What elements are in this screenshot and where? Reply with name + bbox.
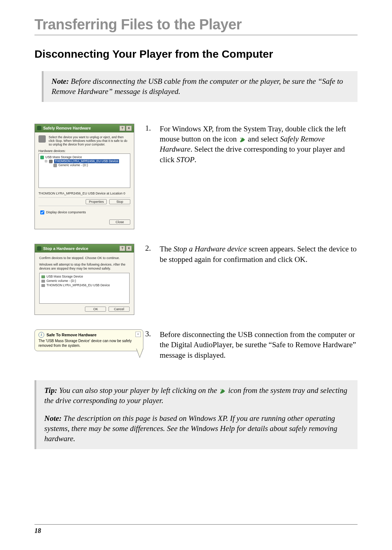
device-root: USB Mass Storage Device [45,155,82,159]
help-button[interactable]: ? [119,246,125,251]
balloon-title: Safe To Remove Hardware [46,333,97,337]
tip-text-a: You can also stop your player by left cl… [57,386,219,395]
device-status: THOMSON LYRA_MPR2456_EU USB Device at Lo… [38,192,130,197]
title-rule [34,35,358,35]
dialog1-title: Safely Remove Hardware [43,126,91,130]
drive-icon [41,284,45,287]
stop-item-c: THOMSON LYRA_MPR2456_EU USB Device [46,283,110,288]
dialog2-line2: Windows will attempt to stop the followi… [39,263,130,271]
stop-item-a: USB Mass Storage Device [46,275,83,279]
stop-item-b: Generic volume - (D:) [46,279,76,283]
device-icon [38,135,46,143]
page-number: 18 [34,527,41,535]
volume-icon [53,164,57,167]
dialog1-instruction: Select the device you want to unplug or … [49,135,130,147]
note-box-bottom: Tip: You can also stop your player by le… [34,380,358,449]
hardware-devices-label: Hardware devices: [38,149,130,153]
note-label: Note: [52,77,69,86]
info-icon: i [38,332,44,338]
tip-label: Tip: [44,386,57,395]
step-number-2: 2. [145,244,152,264]
usb-eject-icon [37,246,41,251]
drive-icon [49,160,53,163]
device-selected[interactable]: THOMSON LYRA_MPR2456_EU USB Device [54,159,119,163]
note-text: Before disconnecting the USB cable from … [52,77,343,96]
step-number-1: 1. [145,124,152,165]
usb-eject-icon [37,126,41,130]
note2-text: The description on this page is based on… [44,414,337,443]
stop-button[interactable]: Stop [109,199,130,204]
cancel-button[interactable]: Cancel [109,307,130,312]
balloon-close-button[interactable]: × [135,332,141,337]
step-2-text: The Stop a Hardware device screen appear… [160,244,358,264]
dialog2-line1: Confirm devices to be stopped. Choose OK… [39,256,130,260]
section-heading: Disconnecting Your Player from the Compu… [34,48,358,60]
properties-button[interactable]: Properties [86,199,107,204]
balloon-body: The 'USB Mass Storage Device' device can… [38,338,139,348]
help-button[interactable]: ? [119,126,125,131]
systray-eject-icon [219,387,226,394]
step-3-text: Before disconnecting the USB connection … [160,329,358,360]
step-2: Stop a Hardware device ? X Confirm devic… [34,244,358,315]
note-box-top: Note: Before disconnecting the USB cable… [42,71,358,102]
svg-point-0 [240,138,242,139]
step-1: Safely Remove Hardware ? X Select the de… [34,124,358,230]
usb-device-icon [40,156,44,159]
stop-devices-list[interactable]: USB Mass Storage Device Generic volume -… [39,273,130,304]
display-components-checkbox[interactable]: Display device components [38,210,86,214]
safe-to-remove-balloon: × i Safe To Remove Hardware The 'USB Mas… [34,329,143,351]
hardware-devices-list[interactable]: USB Mass Storage Device ⊟THOMSON LYRA_MP… [38,153,130,188]
dialog2-title: Stop a Hardware device [43,246,88,251]
usb-device-icon [41,275,45,278]
close-button[interactable]: X [126,246,132,251]
ok-button[interactable]: OK [85,307,106,312]
stop-hardware-device-dialog: Stop a Hardware device ? X Confirm devic… [34,244,134,315]
footer-rule [34,524,358,525]
safely-remove-hardware-dialog: Safely Remove Hardware ? X Select the de… [34,124,134,230]
page-title: Transferring Files to the Player [34,16,358,33]
close-dialog-button[interactable]: Close [109,219,130,225]
volume-icon [41,280,45,283]
step-1-text: For Windows XP, from the System Tray, do… [160,124,358,165]
svg-point-1 [220,389,222,390]
step-3: × i Safe To Remove Hardware The 'USB Mas… [34,329,358,362]
close-button[interactable]: X [126,126,132,131]
step-number-3: 3. [145,329,152,360]
systray-eject-icon [239,136,246,143]
note2-label: Note: [44,414,62,423]
device-child: Generic volume - (D:) [58,163,88,167]
